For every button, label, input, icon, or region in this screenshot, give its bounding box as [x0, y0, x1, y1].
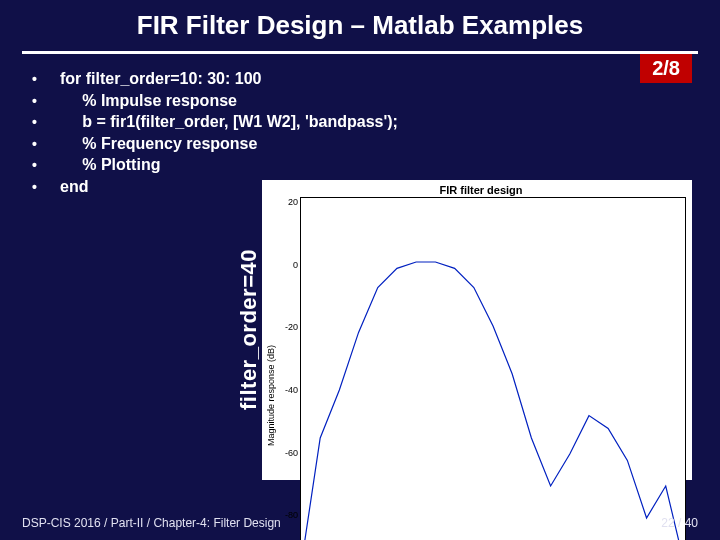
- figure-side-label: filter_order=40: [232, 180, 262, 480]
- magnitude-yticks: 20 0 -20 -40 -60 -80 -100: [276, 197, 300, 540]
- code-line: % Plotting: [60, 154, 160, 176]
- code-listing: •for filter_order=10: 30: 100 • % Impuls…: [32, 68, 688, 198]
- magnitude-title: FIR filter design: [276, 184, 686, 197]
- footer-right: 22 / 40: [661, 516, 698, 530]
- code-line: b = fir1(filter_order, [W1 W2], 'bandpas…: [60, 111, 398, 133]
- magnitude-axes: [300, 197, 686, 540]
- page-badge: 2/8: [640, 54, 692, 83]
- code-line: end: [60, 176, 88, 198]
- content-area: 2/8 •for filter_order=10: 30: 100 • % Im…: [0, 54, 720, 198]
- figure: filter_order=40 Magnitude response (dB) …: [232, 180, 692, 480]
- plots-panel: Magnitude response (dB) FIR filter desig…: [262, 180, 692, 480]
- magnitude-ylabel: Magnitude response (dB): [264, 184, 276, 540]
- footer-left: DSP-CIS 2016 / Part-II / Chapter-4: Filt…: [22, 516, 281, 530]
- code-line: % Frequency response: [60, 133, 257, 155]
- footer: DSP-CIS 2016 / Part-II / Chapter-4: Filt…: [0, 516, 720, 530]
- magnitude-plot: Magnitude response (dB) FIR filter desig…: [264, 184, 686, 540]
- code-line: % Impulse response: [60, 90, 237, 112]
- code-line: for filter_order=10: 30: 100: [60, 68, 261, 90]
- page-title: FIR Filter Design – Matlab Examples: [0, 0, 720, 41]
